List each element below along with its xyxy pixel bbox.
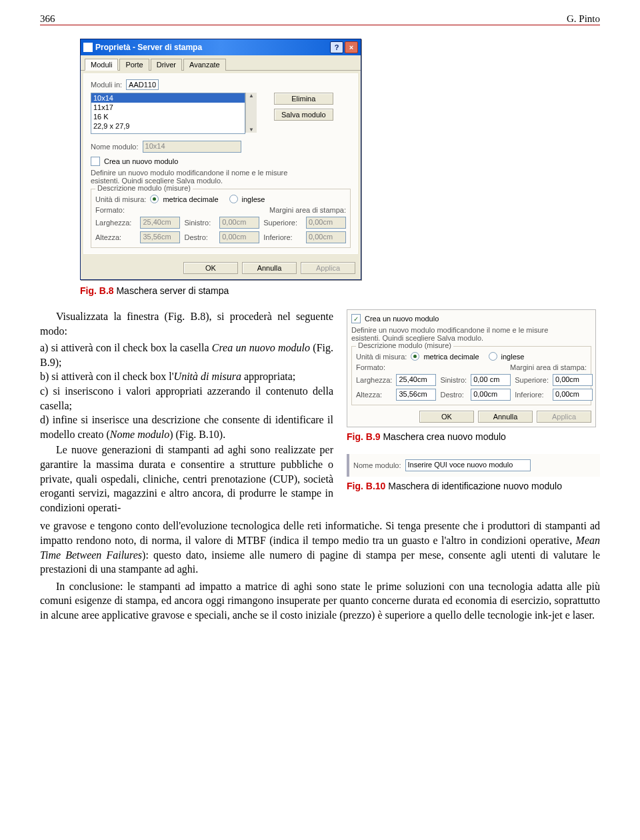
radio-metrica-label: metrica decimale bbox=[163, 195, 218, 203]
ok-button[interactable]: OK bbox=[419, 411, 474, 423]
nome-modulo-input[interactable]: 10x14 bbox=[143, 141, 241, 153]
unita-label: Unità di misura: bbox=[356, 353, 407, 361]
body-line: b) si attiverà con il check box l' bbox=[40, 371, 174, 382]
radio-inglese[interactable] bbox=[229, 195, 238, 203]
xp-window-properties: Proprietà - Server di stampa ? × Moduli … bbox=[80, 39, 361, 280]
sinistro-label: Sinistro: bbox=[184, 219, 215, 227]
altezza-label: Altezza: bbox=[95, 233, 136, 241]
crea-nuovo-checkbox[interactable]: ✓ bbox=[351, 314, 361, 323]
body-italic: Crea un nuovo modulo bbox=[212, 342, 310, 353]
list-item[interactable]: 11x17 bbox=[91, 103, 245, 112]
list-item[interactable]: 16 K bbox=[91, 112, 245, 121]
body-line: c) si inseriscono i valori appropriati a… bbox=[40, 385, 333, 411]
moduli-in-label: Moduli in: bbox=[91, 81, 122, 89]
radio-metrica[interactable] bbox=[411, 352, 419, 361]
inferiore-input[interactable]: 0,00cm bbox=[553, 389, 593, 401]
superiore-label: Superiore: bbox=[515, 376, 549, 384]
body-line: In conclusione: le stampanti ad impatto … bbox=[40, 579, 600, 623]
close-button[interactable]: × bbox=[345, 41, 358, 53]
figure-b8-caption: Fig. B.8 Maschera server di stampa bbox=[80, 285, 600, 296]
body-line: appropriata; bbox=[241, 371, 295, 382]
sinistro-input[interactable]: 0,00cm bbox=[219, 217, 259, 229]
destro-input[interactable]: 0,00cm bbox=[471, 389, 511, 401]
listbox-scrollbar[interactable]: ▲ ▼ bbox=[245, 93, 257, 133]
moduli-in-value: AAD110 bbox=[126, 79, 159, 90]
larghezza-label: Larghezza: bbox=[95, 219, 136, 227]
radio-inglese-label: inglese bbox=[242, 195, 265, 203]
figure-b9-caption: Fig. B.9 Maschera crea nuovo modulo bbox=[347, 431, 600, 442]
altezza-input[interactable]: 35,56cm bbox=[140, 231, 180, 243]
destro-input[interactable]: 0,00cm bbox=[219, 231, 259, 243]
crea-nuovo-label: Crea un nuovo modulo bbox=[365, 315, 439, 323]
larghezza-label: Larghezza: bbox=[356, 376, 392, 384]
caption-num: Fig. B.8 bbox=[80, 285, 114, 296]
superiore-input[interactable]: 0,00cm bbox=[306, 217, 346, 229]
nome-modulo-input[interactable]: Inserire QUI voce nuovo modulo bbox=[405, 459, 531, 471]
tab-porte[interactable]: Porte bbox=[119, 59, 149, 71]
applica-button[interactable]: Applica bbox=[301, 262, 355, 274]
tab-moduli[interactable]: Moduli bbox=[85, 59, 118, 71]
larghezza-input[interactable]: 25,40cm bbox=[396, 374, 436, 386]
caption-text: Maschera server di stampa bbox=[116, 285, 229, 296]
body-line: a) si attiverà con il check box la casel… bbox=[40, 342, 212, 353]
superiore-label: Superiore: bbox=[263, 219, 302, 227]
titlebar: Proprietà - Server di stampa ? × bbox=[81, 39, 361, 55]
applica-button[interactable]: Applica bbox=[537, 411, 591, 423]
body-line: Le nuove generazioni di stampanti ad agh… bbox=[40, 444, 333, 513]
help-button[interactable]: ? bbox=[330, 41, 343, 53]
annulla-button[interactable]: Annulla bbox=[478, 411, 533, 423]
elimina-button[interactable]: Elimina bbox=[274, 93, 333, 105]
tab-bar: Moduli Porte Driver Avanzate bbox=[81, 55, 361, 71]
body-italic: Unità di misura bbox=[174, 371, 241, 382]
page-header: 366 G. Pinto bbox=[40, 13, 600, 25]
ok-button[interactable]: OK bbox=[183, 262, 238, 274]
inferiore-label: Inferiore: bbox=[263, 233, 302, 241]
nome-modulo-label: Nome modulo: bbox=[353, 461, 401, 469]
caption-text: Maschera di identificazione nuovo modulo bbox=[388, 481, 562, 491]
superiore-input[interactable]: 0,00cm bbox=[553, 374, 593, 386]
annulla-button[interactable]: Annulla bbox=[242, 262, 297, 274]
inferiore-input[interactable]: 0,00cm bbox=[306, 231, 346, 243]
caption-num: Fig. B.9 bbox=[347, 431, 381, 442]
altezza-label: Altezza: bbox=[356, 391, 392, 399]
body-line: ) (Fig. B.10). bbox=[169, 429, 225, 440]
scroll-up-icon[interactable]: ▲ bbox=[249, 93, 254, 99]
radio-metrica-label: metrica decimale bbox=[423, 353, 479, 361]
destro-label: Destro: bbox=[440, 391, 467, 399]
printer-icon bbox=[83, 43, 93, 52]
list-item[interactable]: 10x14 bbox=[91, 93, 245, 103]
help-text: Definire un nuovo modulo modificandone i… bbox=[91, 169, 291, 185]
salva-modulo-button[interactable]: Salva modulo bbox=[274, 109, 333, 121]
altezza-input[interactable]: 35,56cm bbox=[396, 389, 436, 401]
figure-b10: Nome modulo: Inserire QUI voce nuovo mod… bbox=[347, 454, 600, 477]
group-label: Descrizione modulo (misure) bbox=[356, 341, 453, 349]
inferiore-label: Inferiore: bbox=[515, 391, 549, 399]
figure-b10-caption: Fig. B.10 Maschera di identificazione nu… bbox=[347, 481, 600, 491]
body-italic: Nome modulo bbox=[110, 429, 169, 440]
margini-label: Margini area di stampa: bbox=[269, 206, 346, 214]
page-number: 366 bbox=[40, 13, 55, 25]
tab-driver[interactable]: Driver bbox=[151, 59, 182, 71]
figure-b9: ✓ Crea un nuovo modulo Definire un nuovo… bbox=[347, 309, 596, 427]
group-label: Descrizione modulo (misure) bbox=[95, 184, 193, 192]
page-author: G. Pinto bbox=[567, 13, 600, 25]
crea-nuovo-checkbox[interactable] bbox=[91, 157, 100, 166]
tab-avanzate[interactable]: Avanzate bbox=[183, 59, 226, 71]
unita-label: Unità di misura: bbox=[95, 195, 146, 203]
check-icon: ✓ bbox=[353, 315, 359, 323]
radio-inglese[interactable] bbox=[489, 352, 497, 361]
moduli-listbox[interactable]: 10x14 11x17 16 K 22,9 x 27,9 bbox=[91, 93, 245, 134]
scroll-down-icon[interactable]: ▼ bbox=[249, 127, 254, 133]
formato-label: Formato: bbox=[356, 363, 385, 371]
radio-metrica[interactable] bbox=[150, 195, 159, 203]
list-item[interactable]: 22,9 x 27,9 bbox=[91, 121, 245, 131]
body-line: Visualizzata la finestra (Fig. B.8), si … bbox=[40, 311, 333, 337]
nome-modulo-label: Nome modulo: bbox=[91, 143, 139, 151]
figure-b8: Proprietà - Server di stampa ? × Moduli … bbox=[80, 39, 600, 280]
margini-label: Margini area di stampa: bbox=[510, 363, 587, 371]
window-title: Proprietà - Server di stampa bbox=[95, 43, 330, 52]
larghezza-input[interactable]: 25,40cm bbox=[140, 217, 180, 229]
formato-label: Formato: bbox=[95, 206, 125, 214]
sinistro-input[interactable]: 0,00 cm bbox=[471, 374, 511, 386]
caption-num: Fig. B.10 bbox=[347, 481, 385, 491]
